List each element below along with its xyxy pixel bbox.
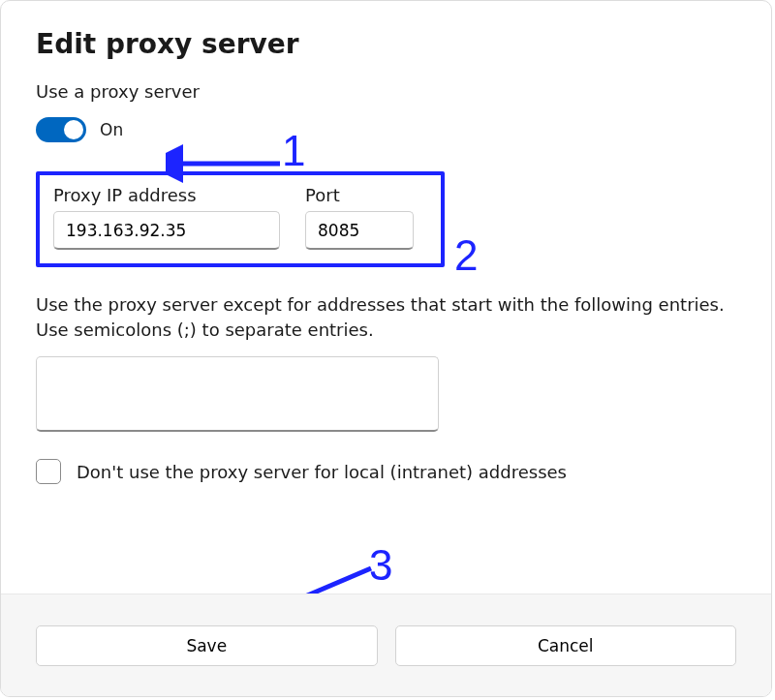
annotation-number-2: 2 [454, 231, 478, 280]
toggle-row: On [36, 117, 736, 142]
toggle-knob [64, 120, 83, 139]
save-button[interactable]: Save [36, 625, 378, 666]
proxy-port-input[interactable] [305, 211, 414, 250]
proxy-ip-field: Proxy IP address [53, 185, 280, 250]
bypass-local-checkbox[interactable] [36, 459, 61, 484]
dialog-content: Edit proxy server Use a proxy server On … [1, 1, 771, 484]
bypass-local-row: Don't use the proxy server for local (in… [36, 459, 736, 484]
proxy-port-label: Port [305, 185, 414, 205]
dialog-title: Edit proxy server [36, 28, 736, 60]
annotation-number-3: 3 [369, 541, 392, 590]
toggle-state-label: On [100, 120, 123, 139]
exceptions-help-text: Use the proxy server except for addresse… [36, 292, 736, 343]
proxy-port-field: Port [305, 185, 414, 250]
proxy-ip-input[interactable] [53, 211, 280, 250]
cancel-button[interactable]: Cancel [395, 625, 737, 666]
edit-proxy-dialog: Edit proxy server Use a proxy server On … [0, 0, 772, 697]
proxy-ip-label: Proxy IP address [53, 185, 280, 205]
ip-port-group-highlight: Proxy IP address Port [36, 171, 445, 267]
dialog-footer: Save Cancel [1, 593, 771, 696]
use-proxy-toggle[interactable] [36, 117, 86, 142]
bypass-local-label: Don't use the proxy server for local (in… [77, 462, 567, 482]
use-proxy-label: Use a proxy server [36, 81, 736, 102]
exceptions-input[interactable] [36, 356, 439, 432]
